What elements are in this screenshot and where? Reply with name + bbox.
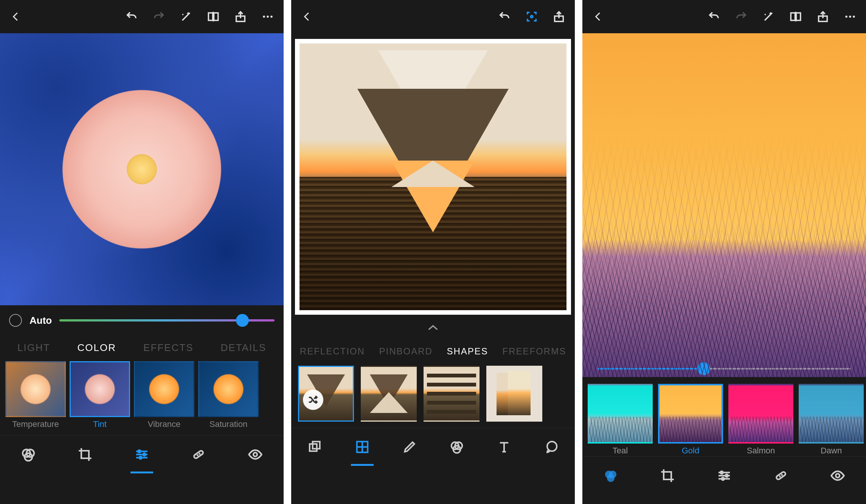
svg-line-17	[197, 454, 199, 456]
thumb-item-saturation[interactable]: Saturation	[198, 361, 259, 429]
filter-item-teal[interactable]: Teal	[588, 384, 653, 453]
tool-layers-icon[interactable]	[304, 436, 326, 458]
slider-thumb[interactable]	[236, 314, 249, 327]
back-icon[interactable]	[299, 8, 315, 25]
filter-preview	[799, 384, 864, 444]
filter-thumbnails: Teal Gold Salmon Dawn	[582, 377, 866, 456]
thumb-label: Vibrance	[148, 419, 180, 429]
svg-rect-50	[776, 471, 786, 480]
svg-rect-0	[208, 13, 213, 20]
thumb-preview	[486, 366, 542, 422]
fullscreen-icon[interactable]	[523, 8, 540, 25]
svg-rect-16	[193, 450, 204, 459]
tool-heal-icon[interactable]	[187, 443, 210, 466]
svg-point-15	[139, 456, 142, 459]
tool-redeye-icon[interactable]	[244, 443, 267, 466]
compare-icon[interactable]	[205, 8, 222, 25]
svg-line-18	[199, 453, 200, 455]
image-canvas[interactable]	[291, 33, 575, 317]
filter-intensity-slider[interactable]	[582, 368, 866, 369]
chevron-up-icon	[427, 324, 439, 332]
image-canvas[interactable]	[582, 33, 866, 377]
tab-shapes[interactable]: SHAPES	[447, 346, 488, 357]
undo-icon[interactable]	[496, 8, 513, 25]
filter-preview	[658, 384, 723, 444]
expand-panel[interactable]	[291, 317, 575, 339]
undo-icon[interactable]	[123, 8, 140, 25]
edited-image	[582, 33, 866, 377]
shuffle-icon[interactable]	[303, 390, 323, 410]
svg-point-4	[263, 15, 265, 18]
tab-freeforms[interactable]: FREEFORMS	[502, 346, 566, 357]
svg-point-39	[849, 15, 851, 18]
back-icon[interactable]	[8, 8, 24, 25]
svg-rect-34	[791, 13, 795, 20]
tool-layout-icon[interactable]	[351, 436, 374, 458]
more-icon[interactable]	[842, 8, 858, 25]
svg-point-6	[270, 15, 273, 18]
screen-mix-shapes: REFLECTION PINBOARD SHAPES FREEFORMS	[291, 0, 575, 504]
tool-adjust-icon[interactable]	[130, 443, 153, 466]
tab-pinboard[interactable]: PINBOARD	[379, 346, 432, 357]
tool-edit-icon[interactable]	[398, 436, 421, 458]
tint-slider[interactable]	[59, 319, 275, 322]
tool-cutout-icon[interactable]	[540, 436, 563, 458]
filter-label: Teal	[588, 446, 653, 456]
tool-crop-icon[interactable]	[74, 443, 96, 466]
bottom-toolbar	[582, 456, 866, 494]
tab-color[interactable]: COLOR	[78, 342, 116, 354]
more-icon[interactable]	[259, 8, 276, 25]
edited-image	[300, 43, 566, 310]
bottom-toolbar	[291, 428, 575, 465]
svg-point-40	[853, 15, 855, 18]
thumb-item-vibrance[interactable]: Vibrance	[134, 361, 194, 429]
redo-icon[interactable]	[151, 8, 167, 25]
redo-icon[interactable]	[733, 8, 750, 25]
tab-effects[interactable]: EFFECTS	[143, 342, 193, 354]
tab-reflection[interactable]: REFLECTION	[300, 346, 365, 357]
thumb-preview	[424, 366, 480, 422]
shape-thumb-1[interactable]	[298, 366, 354, 422]
svg-line-52	[781, 474, 783, 476]
tab-details[interactable]: DETAILS	[221, 342, 266, 354]
filter-label: Salmon	[728, 446, 793, 456]
adjustment-slider-row: Auto	[0, 305, 284, 335]
svg-line-51	[779, 475, 781, 477]
back-icon[interactable]	[590, 8, 607, 25]
auto-toggle[interactable]	[9, 314, 22, 327]
svg-point-20	[531, 15, 533, 18]
tool-adjust-icon[interactable]	[713, 464, 736, 487]
tool-filters-icon[interactable]	[445, 436, 468, 458]
tool-text-icon[interactable]	[493, 436, 515, 458]
magic-wand-icon[interactable]	[178, 8, 194, 25]
svg-point-14	[143, 453, 146, 456]
canvas-frame	[295, 39, 571, 315]
filter-item-gold[interactable]: Gold	[658, 384, 723, 453]
thumb-label: Saturation	[210, 419, 247, 429]
share-icon[interactable]	[232, 8, 249, 25]
filter-item-salmon[interactable]: Salmon	[728, 384, 793, 453]
shape-thumb-3[interactable]	[424, 366, 480, 422]
tool-crop-icon[interactable]	[656, 464, 679, 487]
adjustment-thumbnails: Temperature Tint Vibrance Saturation	[0, 360, 284, 435]
share-icon[interactable]	[551, 8, 567, 25]
magic-wand-icon[interactable]	[760, 8, 777, 25]
thumb-label: Tint	[93, 419, 107, 429]
tool-redeye-icon[interactable]	[826, 464, 849, 487]
share-icon[interactable]	[815, 8, 831, 25]
tool-filters-icon[interactable]	[599, 464, 622, 487]
undo-icon[interactable]	[706, 8, 722, 25]
thumb-item-temperature[interactable]: Temperature	[5, 361, 66, 429]
filter-item-dawn[interactable]: Dawn	[799, 384, 864, 453]
tab-light[interactable]: LIGHT	[17, 342, 50, 354]
slider-thumb[interactable]	[697, 362, 710, 375]
image-canvas[interactable]	[0, 33, 284, 305]
shape-thumb-4[interactable]	[486, 366, 542, 422]
compare-icon[interactable]	[787, 8, 804, 25]
filter-label: Dawn	[799, 446, 864, 456]
thumb-preview	[5, 361, 66, 417]
tool-filters-icon[interactable]	[17, 443, 40, 466]
thumb-item-tint[interactable]: Tint	[70, 361, 130, 429]
shape-thumb-2[interactable]	[361, 366, 417, 422]
tool-heal-icon[interactable]	[770, 464, 792, 487]
